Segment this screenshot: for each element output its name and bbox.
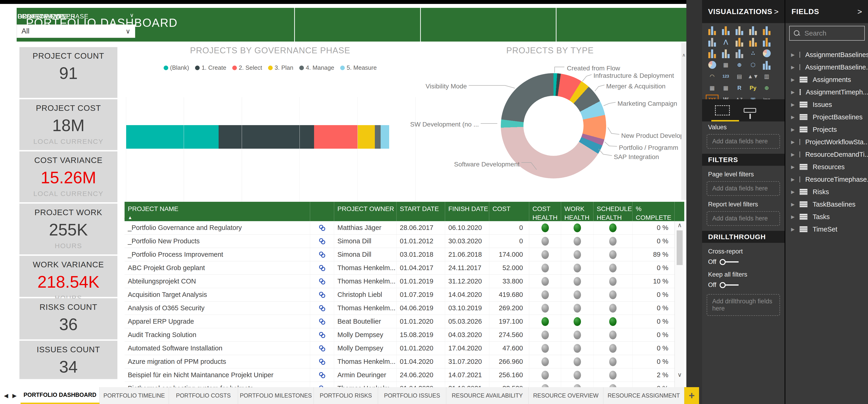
project-link-icon[interactable] [310, 368, 334, 381]
column-header[interactable]: COST HEALTH [529, 202, 561, 222]
field-table-item[interactable]: ▶ Projects [785, 123, 868, 136]
project-link-icon[interactable] [310, 315, 334, 328]
expand-caret-icon[interactable]: ▶ [791, 214, 795, 220]
expand-caret-icon[interactable]: ▶ [791, 52, 795, 58]
column-header[interactable]: WORK HEALTH [561, 202, 593, 222]
project-link-icon[interactable] [310, 235, 334, 248]
kpi-card[interactable]: ISSUES COUNT 34 [20, 341, 117, 379]
visual-icon-100-stacked-column[interactable] [706, 37, 718, 47]
page-tab[interactable]: PORTFOLIO COSTS [169, 387, 238, 404]
kpi-card[interactable]: WORK VARIANCE 218.54K HOURS [20, 256, 117, 297]
page-tab[interactable]: PORTFOLIO TIMELINE [100, 387, 169, 404]
filter-dropdown[interactable]: All ∨ [17, 25, 135, 38]
field-table-item[interactable]: ▶ ResourceDemandTi... [785, 148, 868, 161]
fields-search[interactable] [789, 26, 865, 41]
visual-icon-clustered-bar[interactable] [733, 25, 746, 36]
column-header[interactable]: PROJECT OWNER [334, 202, 397, 222]
projects-table[interactable]: PROJECT NAME▲ PROJECT OWNER START DATE F… [125, 202, 684, 396]
visual-icon-arcgis-map[interactable]: ⊕ [760, 83, 773, 94]
kpi-card[interactable]: PROJECT COUNT 91 [20, 47, 117, 98]
visual-icon-multi-row-card[interactable]: ▤ [733, 72, 746, 82]
collapse-pane-icon[interactable]: > [774, 7, 779, 16]
page-scrollbar[interactable]: ∧ [681, 43, 686, 200]
field-table-item[interactable]: ▶ AssignmentBaseline... [785, 61, 868, 73]
report-filters-drop-zone[interactable]: Add data fields here [707, 211, 780, 226]
kpi-card[interactable]: COST VARIANCE 15.26M LOCAL CURRENCY [20, 152, 117, 202]
field-table-item[interactable]: ▶ AssignmentBaselines [785, 48, 868, 61]
expand-caret-icon[interactable]: ▶ [791, 177, 795, 182]
table-row[interactable]: _Portfolio New Products Simona Dill 01.0… [125, 235, 684, 248]
visual-icon-slicer[interactable]: ▥ [760, 72, 773, 82]
visual-icon-gauge[interactable]: ◠ [706, 72, 718, 82]
expand-caret-icon[interactable]: ▶ [791, 102, 795, 107]
table-row[interactable]: Acquisition Target Analysis Christoph Li… [125, 288, 684, 302]
new-page-button[interactable]: + [684, 387, 699, 404]
column-header[interactable]: % COMPLETE [632, 202, 675, 222]
expand-caret-icon[interactable]: ▶ [791, 227, 795, 232]
values-drop-zone[interactable]: Add data fields here [707, 134, 780, 149]
project-link-icon[interactable] [310, 342, 334, 355]
field-table-item[interactable]: ▶ ProjectWorkflowSta... [785, 136, 868, 148]
expand-caret-icon[interactable]: ▶ [791, 152, 795, 157]
page-tab[interactable]: PORTFOLIO MILESTONES [238, 387, 314, 404]
expand-caret-icon[interactable]: ▶ [791, 189, 795, 195]
project-link-icon[interactable] [310, 355, 334, 368]
visual-icon-area[interactable] [733, 37, 746, 47]
bar-segment-5. Measure[interactable] [381, 125, 390, 149]
field-table-item[interactable]: ▶ ProjectBaselines [785, 111, 868, 123]
cross-report-toggle[interactable]: Off [708, 258, 784, 266]
visual-icon-filled-map[interactable]: ⬡ [747, 60, 760, 71]
kpi-card[interactable]: PROJECT WORK 255K HOURS [20, 204, 117, 255]
project-link-icon[interactable] [310, 382, 334, 387]
field-table-item[interactable]: ▶ Assignments [785, 73, 868, 86]
table-row[interactable]: ABC Projekt Grob geplant Thomas Henkelm.… [125, 261, 684, 275]
field-table-item[interactable]: ▶ TimeSet [785, 223, 868, 235]
page-tab[interactable]: PORTFOLIO ISSUES [378, 387, 446, 404]
format-paint-roller-icon[interactable] [744, 108, 756, 113]
field-table-item[interactable]: ▶ AssignmentTimeph... [785, 86, 868, 98]
column-header[interactable]: START DATE [397, 202, 445, 222]
donut-chart-visual[interactable]: PROJECTS BY TYPE Created from FlowInfras… [414, 44, 686, 203]
kpi-card[interactable]: PROJECT COST 18M LOCAL CURRENCY [20, 99, 117, 150]
next-page-icon[interactable]: ▶ [12, 393, 17, 399]
visual-icon-scatter[interactable]: ∴ [747, 48, 760, 59]
bar-segment-4. Manage[interactable] [375, 125, 381, 149]
field-table-item[interactable]: ▶ Risks [785, 186, 868, 198]
expand-caret-icon[interactable]: ▶ [791, 202, 795, 207]
prev-page-icon[interactable]: ◀ [4, 393, 8, 399]
column-header[interactable] [310, 202, 334, 222]
table-vertical-scrollbar[interactable]: ∧ ∨ [675, 221, 684, 387]
project-link-icon[interactable] [310, 275, 334, 288]
column-header[interactable]: SCHEDULE HEALTH [593, 202, 632, 222]
project-link-icon[interactable] [310, 288, 334, 301]
field-table-item[interactable]: ▶ Issues [785, 98, 868, 111]
table-row[interactable]: Analysis of O365 Security Thomas Henkelm… [125, 302, 684, 315]
visual-icon-map[interactable]: ⊕ [733, 60, 746, 71]
visual-icon-line-stacked-column[interactable] [706, 48, 718, 59]
column-header[interactable]: COST [489, 202, 529, 222]
bar-segment-(Blank)[interactable] [126, 125, 219, 149]
visual-icon-python[interactable]: Py [747, 83, 760, 94]
fields-tab-icon[interactable] [715, 105, 730, 115]
table-row[interactable]: Abteilungsprojekt CON Thomas Henkelm... … [125, 275, 684, 288]
page-tab[interactable]: RESOURCE ASSIGNMENT [603, 387, 684, 404]
bar-chart-visual[interactable]: PROJECTS BY GOVERNANCE PHASE (Blank) 1. … [125, 44, 425, 199]
search-input[interactable] [804, 29, 855, 37]
visual-icon-stacked-area[interactable] [747, 37, 760, 47]
page-tab[interactable]: PORTFOLIO DASHBOARD [21, 387, 100, 404]
page-tab[interactable]: RESOURCE AVAILABILITY [446, 387, 529, 404]
table-row[interactable]: _Portfolio Governance and Regulatory Mat… [125, 221, 684, 235]
visual-icon-treemap[interactable]: ▦ [719, 60, 732, 71]
expand-caret-icon[interactable]: ▶ [791, 127, 795, 132]
expand-caret-icon[interactable]: ▶ [791, 139, 795, 145]
visual-icon-ribbon[interactable] [719, 48, 732, 59]
scroll-up-icon[interactable]: ∧ [681, 52, 686, 58]
drillthrough-drop-zone[interactable]: Add drillthrough fields here [707, 294, 780, 316]
visual-icon-r-script[interactable]: R [733, 83, 746, 94]
visual-icon-waterfall[interactable] [733, 48, 746, 59]
table-row[interactable]: _Portfolio Process Improvement Simona Di… [125, 248, 684, 261]
table-row[interactable]: Apparel ERP Upgrade Beat Boutellier 01.0… [125, 315, 684, 328]
scroll-up-icon[interactable]: ∧ [675, 222, 684, 229]
scrollbar-thumb[interactable] [677, 230, 683, 265]
column-header[interactable]: FINISH DATE [445, 202, 489, 222]
